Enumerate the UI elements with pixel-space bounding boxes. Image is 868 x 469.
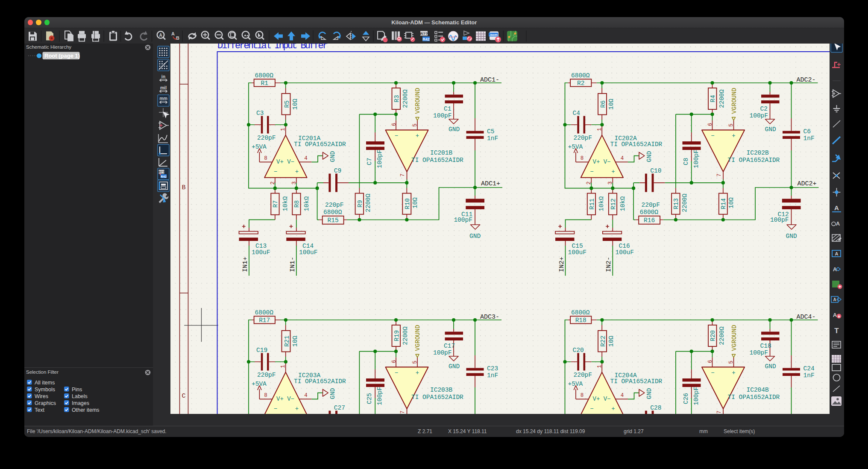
svg-text:+: + xyxy=(611,405,615,412)
svg-text:R2: R2 xyxy=(577,80,584,87)
svg-text:Labels: Labels xyxy=(72,393,88,399)
svg-text:220pF: 220pF xyxy=(325,202,344,208)
svg-text:TI OPA1652AIDR: TI OPA1652AIDR xyxy=(294,141,346,148)
svg-text:C7: C7 xyxy=(366,158,373,165)
svg-text:5: 5 xyxy=(728,361,734,364)
svg-text:R14: R14 xyxy=(720,198,727,209)
svg-text:−: − xyxy=(274,168,277,175)
svg-text:+: + xyxy=(416,369,419,376)
svg-text:6800Ω: 6800Ω xyxy=(255,72,274,79)
svg-text:10Ω: 10Ω xyxy=(608,336,615,347)
svg-text:100pF: 100pF xyxy=(770,217,789,223)
svg-text:+: + xyxy=(611,168,615,175)
svg-text:8: 8 xyxy=(581,155,584,161)
svg-text:TI OPA1652AIDR: TI OPA1652AIDR xyxy=(610,141,663,148)
svg-text:−: − xyxy=(395,369,398,376)
svg-text:ADC1-: ADC1- xyxy=(480,76,499,84)
svg-text:GND: GND xyxy=(786,233,797,240)
svg-text:5: 5 xyxy=(728,123,734,127)
svg-text:C23: C23 xyxy=(487,365,498,372)
svg-text:C20: C20 xyxy=(573,347,584,354)
svg-text:5: 5 xyxy=(412,361,418,364)
svg-text:3: 3 xyxy=(607,182,613,185)
svg-text:R19: R19 xyxy=(393,330,400,341)
svg-text:100pF: 100pF xyxy=(693,149,700,168)
svg-text:220pF: 220pF xyxy=(574,135,592,141)
svg-text:ADC2-: ADC2- xyxy=(797,76,816,84)
svg-text:IN2+: IN2+ xyxy=(558,257,566,272)
svg-text:6800Ω: 6800Ω xyxy=(571,309,590,316)
svg-text:C5: C5 xyxy=(487,128,494,135)
svg-text:6800Ω: 6800Ω xyxy=(571,72,590,79)
svg-text:−: − xyxy=(274,405,277,412)
svg-text:C: C xyxy=(182,393,185,400)
svg-text:6800Ω: 6800Ω xyxy=(323,209,342,216)
svg-text:Root (page 1): Root (page 1) xyxy=(44,53,80,59)
svg-text:R11: R11 xyxy=(589,199,595,210)
svg-text:1: 1 xyxy=(597,365,603,368)
svg-text:10Ω: 10Ω xyxy=(728,197,735,208)
svg-text:−: − xyxy=(711,132,714,139)
svg-text:Symbols: Symbols xyxy=(35,386,55,392)
svg-text:6: 6 xyxy=(707,123,713,126)
svg-text:C14: C14 xyxy=(302,243,314,249)
svg-text:GND: GND xyxy=(646,151,653,162)
svg-text:C28: C28 xyxy=(650,405,661,411)
svg-text:100uF: 100uF xyxy=(252,249,270,256)
svg-text:A: A xyxy=(833,312,837,318)
svg-text:+5VA: +5VA xyxy=(252,381,267,387)
svg-text:6800Ω: 6800Ω xyxy=(640,209,659,216)
svg-text:Wires: Wires xyxy=(35,393,48,399)
svg-text:GND: GND xyxy=(646,388,653,399)
svg-text:7: 7 xyxy=(716,173,722,177)
svg-text:+5VA: +5VA xyxy=(568,144,583,150)
svg-text:ADC1+: ADC1+ xyxy=(481,180,500,188)
svg-text:C27: C27 xyxy=(334,405,345,411)
svg-text:2200Ω: 2200Ω xyxy=(718,89,725,108)
svg-text:TI OPA1652AIDR: TI OPA1652AIDR xyxy=(728,157,780,164)
svg-text:VGROUND: VGROUND xyxy=(414,325,421,351)
svg-text:V+ V−: V+ V− xyxy=(276,396,294,402)
svg-text:Text: Text xyxy=(35,407,44,413)
svg-text:+: + xyxy=(295,405,299,412)
svg-text:C25: C25 xyxy=(366,393,373,404)
svg-text:R42: R42 xyxy=(161,175,167,179)
svg-text:8: 8 xyxy=(264,393,267,399)
svg-text:GND: GND xyxy=(765,363,776,370)
svg-text:7: 7 xyxy=(400,173,406,177)
svg-text:C2: C2 xyxy=(760,106,768,112)
svg-text:V+ V−: V+ V− xyxy=(276,158,294,165)
svg-text:TI OPA1652AIDR: TI OPA1652AIDR xyxy=(294,378,346,385)
svg-text:C17: C17 xyxy=(444,343,455,349)
svg-text:100pF: 100pF xyxy=(750,112,768,119)
svg-text:Graphics: Graphics xyxy=(35,400,56,406)
svg-text:ADC3-: ADC3- xyxy=(480,314,499,321)
svg-text:10Ω: 10Ω xyxy=(292,99,299,110)
svg-text:100pF: 100pF xyxy=(433,112,452,119)
svg-text:R8: R8 xyxy=(293,200,300,208)
svg-text:1nF: 1nF xyxy=(487,135,498,142)
svg-text:−: − xyxy=(711,369,714,376)
svg-text:R21: R21 xyxy=(284,336,290,347)
svg-text:8: 8 xyxy=(264,155,267,161)
svg-text:VGROUND: VGROUND xyxy=(414,88,421,114)
svg-text:IC203B: IC203B xyxy=(430,387,453,393)
svg-text:4: 4 xyxy=(304,393,308,399)
svg-text:+: + xyxy=(732,369,735,376)
svg-text:B: B xyxy=(176,35,179,40)
svg-text:C10: C10 xyxy=(650,167,661,174)
svg-text:C6: C6 xyxy=(803,128,811,135)
svg-text:C13: C13 xyxy=(255,243,267,249)
svg-text:C19: C19 xyxy=(256,347,267,354)
svg-text:1nF: 1nF xyxy=(803,135,815,142)
svg-text:1: 1 xyxy=(280,128,286,131)
svg-text:−: − xyxy=(590,405,593,412)
svg-text:C1: C1 xyxy=(444,106,451,112)
svg-text:R16: R16 xyxy=(644,217,655,224)
svg-text:R17: R17 xyxy=(259,317,270,324)
svg-text:2200Ω: 2200Ω xyxy=(402,89,409,108)
svg-text:mil: mil xyxy=(160,85,167,90)
svg-text:IC202B: IC202B xyxy=(747,149,769,156)
svg-text:C8: C8 xyxy=(683,158,689,165)
svg-text:100pF: 100pF xyxy=(376,149,383,168)
